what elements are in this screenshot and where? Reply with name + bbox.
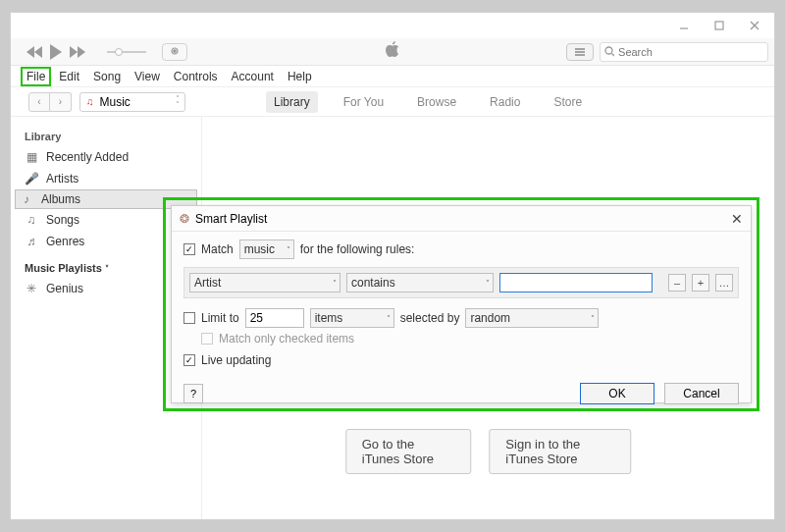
smart-playlist-dialog: ❂ Smart Playlist ✕ Match music˅ for the …: [171, 205, 752, 403]
selected-by-label: selected by: [400, 311, 460, 325]
gear-icon: ❂: [180, 212, 189, 226]
tab-browse[interactable]: Browse: [409, 91, 464, 113]
sidebar-item-label: Recently Added: [46, 150, 129, 164]
svg-point-10: [174, 49, 176, 51]
tab-radio[interactable]: Radio: [482, 91, 528, 113]
rule-remove-button[interactable]: –: [668, 274, 686, 292]
sidebar-item-label: Songs: [46, 213, 79, 227]
go-to-store-button[interactable]: Go to the iTunes Store: [345, 429, 472, 474]
menu-view[interactable]: View: [129, 68, 166, 85]
nav-forward-button[interactable]: ›: [50, 92, 72, 112]
search-input[interactable]: [618, 46, 763, 58]
airplay-button[interactable]: [162, 43, 187, 61]
svg-point-14: [605, 47, 612, 54]
live-updating-checkbox[interactable]: [183, 354, 195, 366]
svg-marker-5: [34, 46, 42, 58]
guitar-icon: ♬: [25, 235, 38, 248]
maximize-button[interactable]: [706, 17, 733, 34]
playback-toolbar: [11, 38, 774, 66]
svg-line-15: [612, 54, 615, 57]
menu-help[interactable]: Help: [282, 68, 318, 85]
rule-add-button[interactable]: +: [692, 274, 709, 292]
chevron-updown-icon: ˄˅: [176, 96, 180, 108]
menu-account[interactable]: Account: [226, 68, 280, 85]
rule-operator-select[interactable]: contains˅: [346, 273, 494, 293]
limit-checkbox[interactable]: [183, 312, 195, 324]
dialog-close-button[interactable]: ✕: [731, 211, 743, 227]
next-track-button[interactable]: [70, 46, 85, 58]
play-button[interactable]: [48, 44, 64, 60]
match-label-post: for the following rules:: [300, 242, 415, 256]
match-checkbox[interactable]: [183, 243, 195, 255]
note-icon: ♫: [25, 213, 38, 227]
rule-row: Artist˅ contains˅ – + …: [183, 267, 739, 298]
match-label-pre: Match: [201, 242, 234, 256]
list-view-button[interactable]: [566, 43, 594, 61]
media-type-selector[interactable]: ♫ Music ˄˅: [79, 92, 185, 112]
music-note-icon: ♫: [86, 96, 94, 107]
dialog-cancel-button[interactable]: Cancel: [664, 383, 739, 404]
genius-icon: ✳: [25, 282, 38, 295]
menu-song[interactable]: Song: [87, 68, 127, 85]
limit-value-input[interactable]: [245, 308, 304, 328]
mic-icon: 🎤: [25, 172, 38, 186]
dialog-help-button[interactable]: ?: [183, 384, 203, 403]
dialog-titlebar: ❂ Smart Playlist ✕: [172, 206, 751, 232]
sign-in-store-button[interactable]: Sign in to the iTunes Store: [489, 429, 631, 474]
svg-marker-6: [50, 44, 62, 60]
chevron-down-icon: ˅: [105, 264, 109, 273]
sidebar-item-artists[interactable]: 🎤 Artists: [15, 168, 197, 189]
match-type-select[interactable]: music˅: [239, 239, 294, 259]
selected-by-select[interactable]: random˅: [465, 308, 599, 328]
search-icon: [604, 46, 614, 57]
svg-rect-1: [715, 22, 723, 29]
live-updating-label: Live updating: [201, 353, 271, 367]
app-window: File Edit Song View Controls Account Hel…: [10, 12, 775, 520]
grid-icon: ▦: [25, 150, 38, 164]
rule-value-input[interactable]: [499, 273, 653, 293]
search-field[interactable]: [600, 42, 768, 62]
apple-logo-icon: [385, 40, 400, 63]
tab-for-you[interactable]: For You: [336, 91, 392, 113]
match-only-checked-label: Match only checked items: [219, 332, 354, 346]
sidebar-item-label: Albums: [41, 192, 80, 206]
limit-label: Limit to: [201, 311, 239, 325]
rule-nest-button[interactable]: …: [715, 274, 733, 292]
sidebar-item-label: Genres: [46, 235, 84, 248]
menu-controls[interactable]: Controls: [168, 68, 224, 85]
sub-toolbar: ‹ › ♫ Music ˄˅ Library For You Browse Ra…: [11, 87, 774, 117]
minimize-button[interactable]: [670, 17, 698, 34]
tab-store[interactable]: Store: [546, 91, 590, 113]
prev-track-button[interactable]: [26, 46, 42, 58]
rule-field-select[interactable]: Artist˅: [189, 273, 340, 293]
match-only-checked-checkbox[interactable]: [201, 333, 213, 345]
note-icon: ♪: [20, 192, 33, 206]
tab-library[interactable]: Library: [266, 91, 318, 113]
menubar: File Edit Song View Controls Account Hel…: [11, 66, 774, 87]
titlebar: [11, 13, 774, 38]
media-type-label: Music: [100, 95, 131, 109]
sidebar-item-label: Artists: [46, 172, 78, 186]
section-tabs: Library For You Browse Radio Store: [266, 91, 590, 113]
limit-unit-select[interactable]: items˅: [310, 308, 394, 328]
sidebar-item-recently-added[interactable]: ▦ Recently Added: [15, 146, 197, 168]
nav-back-button[interactable]: ‹: [28, 92, 50, 112]
dialog-ok-button[interactable]: OK: [580, 383, 654, 404]
close-button[interactable]: [741, 17, 768, 34]
svg-marker-4: [26, 46, 34, 58]
menu-file[interactable]: File: [21, 67, 51, 86]
sidebar-item-label: Genius: [46, 282, 83, 295]
sidebar-library-header: Library: [15, 127, 197, 146]
svg-marker-7: [70, 46, 78, 58]
menu-edit[interactable]: Edit: [53, 68, 85, 85]
svg-marker-8: [78, 46, 85, 58]
dialog-title: Smart Playlist: [195, 212, 267, 226]
volume-slider[interactable]: [107, 51, 146, 53]
